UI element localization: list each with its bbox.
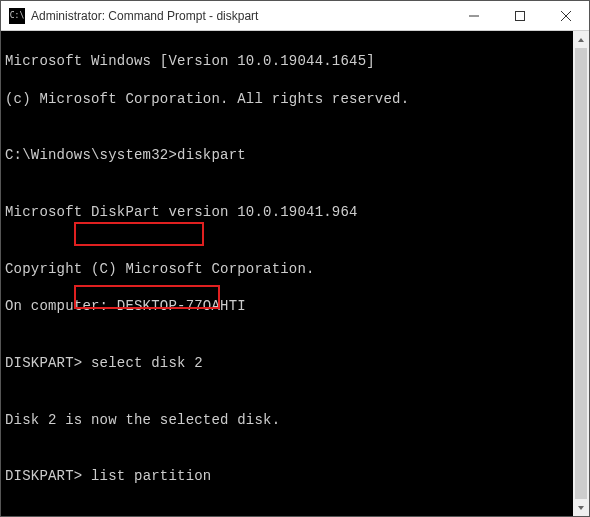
output-line: Disk 2 is now the selected disk. (5, 411, 569, 430)
output-line: Copyright (C) Microsoft Corporation. (5, 260, 569, 279)
svg-marker-4 (578, 38, 584, 42)
scrollbar-track[interactable] (573, 48, 589, 499)
vertical-scrollbar[interactable] (573, 31, 589, 516)
maximize-icon (515, 11, 525, 21)
command-prompt-window: C:\ Administrator: Command Prompt - disk… (0, 0, 590, 517)
svg-rect-1 (516, 11, 525, 20)
terminal-output: Microsoft Windows [Version 10.0.19044.16… (5, 33, 569, 516)
titlebar[interactable]: C:\ Administrator: Command Prompt - disk… (1, 1, 589, 31)
scroll-down-button[interactable] (573, 499, 589, 516)
chevron-up-icon (577, 36, 585, 44)
scroll-up-button[interactable] (573, 31, 589, 48)
output-line: Microsoft DiskPart version 10.0.19041.96… (5, 203, 569, 222)
maximize-button[interactable] (497, 1, 543, 30)
close-button[interactable] (543, 1, 589, 30)
output-line: On computer: DESKTOP-77OAHTI (5, 297, 569, 316)
command: diskpart (177, 147, 246, 163)
prompt: DISKPART> (5, 355, 82, 371)
close-icon (561, 11, 571, 21)
output-line: (c) Microsoft Corporation. All rights re… (5, 90, 569, 109)
window-controls (451, 1, 589, 30)
scrollbar-thumb[interactable] (575, 48, 587, 499)
window-title: Administrator: Command Prompt - diskpart (31, 9, 451, 23)
chevron-down-icon (577, 504, 585, 512)
prompt-line: DISKPART> list partition (5, 467, 569, 486)
prompt-line: C:\Windows\system32>diskpart (5, 146, 569, 165)
minimize-icon (469, 11, 479, 21)
command: select disk 2 (82, 355, 202, 371)
prompt-line: DISKPART> select disk 2 (5, 354, 569, 373)
cmd-app-icon: C:\ (9, 8, 25, 24)
prompt: C:\Windows\system32> (5, 147, 177, 163)
command: list partition (82, 468, 211, 484)
svg-marker-5 (578, 506, 584, 510)
minimize-button[interactable] (451, 1, 497, 30)
terminal-area[interactable]: Microsoft Windows [Version 10.0.19044.16… (1, 31, 589, 516)
output-line: Microsoft Windows [Version 10.0.19044.16… (5, 52, 569, 71)
prompt: DISKPART> (5, 468, 82, 484)
